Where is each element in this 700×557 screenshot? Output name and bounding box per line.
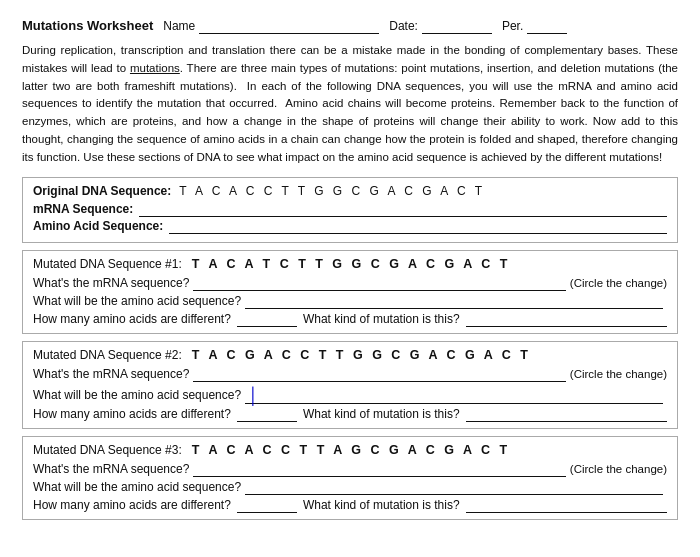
mutation-3-mrna-row: What's the mRNA sequence? (Circle the ch… (33, 462, 667, 477)
mutation-1-how-many-question: How many amino acids are different? (33, 312, 231, 326)
mutation-2-label: Mutated DNA Sequence #2: (33, 348, 182, 362)
mutation-1-kind-question: What kind of mutation is this? (303, 312, 460, 326)
amino-field[interactable] (169, 219, 667, 234)
original-dna-sequence: T A C A C C T T G G C G A C G A C T (179, 184, 485, 198)
mutation-3-section: Mutated DNA Sequence #3: T A C A C C T T… (22, 436, 678, 520)
date-label: Date: (389, 19, 418, 33)
mutation-1-how-many-field[interactable] (237, 312, 297, 327)
mutation-1-circle-note: (Circle the change) (570, 277, 667, 289)
per-field-group: Per. (502, 19, 567, 34)
mutation-3-header: Mutated DNA Sequence #3: T A C A C C T T… (33, 443, 667, 457)
cursor-indicator: │ (248, 387, 258, 404)
mrna-sequence-row: mRNA Sequence: (33, 202, 667, 217)
mutation-2-amino-question: What will be the amino acid sequence? (33, 388, 241, 402)
mutation-1-section: Mutated DNA Sequence #1: T A C A T C T T… (22, 250, 678, 334)
mutation-2-amino-row: What will be the amino acid sequence? │ (33, 385, 667, 404)
mutation-1-sequence: T A C A T C T T G G C G A C G A C T (192, 257, 511, 271)
mutation-2-mrna-row: What's the mRNA sequence? (Circle the ch… (33, 367, 667, 382)
original-dna-label: Original DNA Sequence: (33, 184, 171, 198)
intro-paragraph: During replication, transcription and tr… (22, 42, 678, 167)
mrna-label: mRNA Sequence: (33, 202, 133, 216)
name-field-group: Name (163, 19, 379, 34)
date-input[interactable] (422, 19, 492, 34)
mutation-1-header: Mutated DNA Sequence #1: T A C A T C T T… (33, 257, 667, 271)
mutation-2-sequence: T A C G A C C T T G G C G A C G A C T (192, 348, 531, 362)
mutation-3-label: Mutated DNA Sequence #3: (33, 443, 182, 457)
mutation-1-mrna-field[interactable] (193, 276, 565, 291)
header: Mutations Worksheet Name Date: Per. (22, 18, 678, 34)
mutation-2-circle-note: (Circle the change) (570, 368, 667, 380)
mutation-2-mrna-question: What's the mRNA sequence? (33, 367, 189, 381)
mutation-1-mrna-row: What's the mRNA sequence? (Circle the ch… (33, 276, 667, 291)
date-field-group: Date: (389, 19, 492, 34)
mutation-3-sequence: T A C A C C T T A G C G A C G A C T (192, 443, 510, 457)
per-label: Per. (502, 19, 523, 33)
mutation-2-mrna-field[interactable] (193, 367, 565, 382)
mutation-2-how-many-question: How many amino acids are different? (33, 407, 231, 421)
mutation-2-amino-field[interactable]: │ (245, 385, 663, 404)
mutation-2-section: Mutated DNA Sequence #2: T A C G A C C T… (22, 341, 678, 429)
mutation-3-how-many-row: How many amino acids are different? What… (33, 498, 667, 513)
mutation-2-header: Mutated DNA Sequence #2: T A C G A C C T… (33, 348, 667, 362)
original-section: Original DNA Sequence: T A C A C C T T G… (22, 177, 678, 243)
mutation-1-amino-question: What will be the amino acid sequence? (33, 294, 241, 308)
mutation-1-amino-row: What will be the amino acid sequence? (33, 294, 667, 309)
amino-label: Amino Acid Sequence: (33, 219, 163, 233)
per-input[interactable] (527, 19, 567, 34)
mutation-3-circle-note: (Circle the change) (570, 463, 667, 475)
mutation-1-amino-field[interactable] (245, 294, 663, 309)
mutation-2-how-many-row: How many amino acids are different? What… (33, 407, 667, 422)
amino-sequence-row: Amino Acid Sequence: (33, 219, 667, 234)
name-input[interactable] (199, 19, 379, 34)
page-title: Mutations Worksheet (22, 18, 153, 33)
mutation-1-kind-field[interactable] (466, 312, 667, 327)
original-dna-row: Original DNA Sequence: T A C A C C T T G… (33, 184, 667, 198)
mutation-3-mrna-field[interactable] (193, 462, 565, 477)
mutation-2-how-many-field[interactable] (237, 407, 297, 422)
mutation-3-kind-question: What kind of mutation is this? (303, 498, 460, 512)
name-label: Name (163, 19, 195, 33)
mutation-2-kind-question: What kind of mutation is this? (303, 407, 460, 421)
mutation-3-mrna-question: What's the mRNA sequence? (33, 462, 189, 476)
mutation-3-how-many-question: How many amino acids are different? (33, 498, 231, 512)
mutation-2-kind-field[interactable] (466, 407, 667, 422)
mutation-1-label: Mutated DNA Sequence #1: (33, 257, 182, 271)
mrna-field[interactable] (139, 202, 667, 217)
mutation-3-how-many-field[interactable] (237, 498, 297, 513)
mutation-3-amino-field[interactable] (245, 480, 663, 495)
mutation-3-amino-row: What will be the amino acid sequence? (33, 480, 667, 495)
mutation-3-amino-question: What will be the amino acid sequence? (33, 480, 241, 494)
mutation-3-kind-field[interactable] (466, 498, 667, 513)
mutation-1-mrna-question: What's the mRNA sequence? (33, 276, 189, 290)
mutation-1-how-many-row: How many amino acids are different? What… (33, 312, 667, 327)
